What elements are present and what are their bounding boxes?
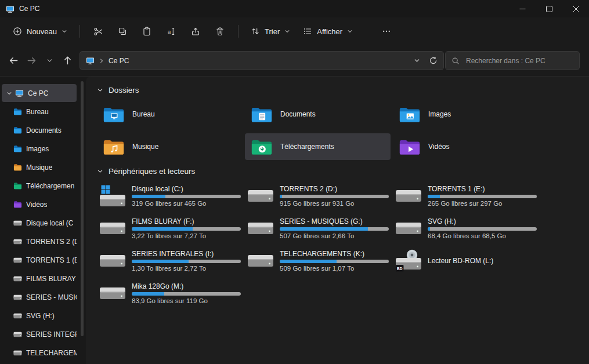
new-button-label: Nouveau [27, 27, 57, 36]
sidebar-item-disque-local-c[interactable]: Disque local (C [2, 214, 77, 232]
up-button[interactable] [59, 52, 77, 70]
drive-tile-svg-h[interactable]: SVG (H:)68,4 Go libres sur 68,5 Go [393, 214, 539, 242]
search-box [445, 51, 580, 70]
drive-info: FILMS BLURAY (F:)3,22 To libres sur 7,27… [132, 217, 243, 239]
delete-button[interactable] [208, 21, 232, 41]
new-button[interactable]: Nouveau [7, 21, 73, 41]
folder-tile-telechargements[interactable]: Téléchargements [245, 133, 391, 160]
sidebar-item-label: TELECHARGEM [26, 349, 77, 357]
address-dropdown-button[interactable] [409, 53, 425, 68]
window-controls [509, 0, 589, 17]
folder-tile-musique[interactable]: Musique [97, 133, 243, 160]
drive-tile-disque-local-c[interactable]: Disque local (C:)319 Go libres sur 465 G… [97, 182, 243, 210]
capacity-bar [280, 260, 389, 263]
sidebar-item-svg-h[interactable]: SVG (H:) [2, 307, 77, 325]
folder-tile-images[interactable]: Images [393, 101, 539, 128]
svg-text:a: a [168, 28, 171, 35]
drive-icon [13, 311, 22, 320]
drive-tile-telechargements-k[interactable]: TELECHARGEMENTS (K:)509 Go libres sur 1,… [245, 247, 391, 275]
capacity-bar-fill [280, 227, 368, 231]
drive-tile-films-bluray-f[interactable]: FILMS BLURAY (F:)3,22 To libres sur 7,27… [97, 214, 243, 242]
sidebar-item-musique[interactable]: Musique [2, 158, 77, 176]
computer-icon [15, 89, 24, 97]
search-input[interactable] [465, 56, 573, 65]
downloads-folder-icon [251, 138, 273, 156]
chevron-down-icon [46, 57, 53, 64]
sidebar-item-ce-pc[interactable]: Ce PC [2, 84, 77, 102]
sidebar-item-videos[interactable]: Vidéos [2, 195, 77, 213]
drive-tile-series-musiques-g[interactable]: SERIES - MUSIQUES (G:)507 Go libres sur … [245, 214, 391, 242]
minimize-button[interactable] [509, 0, 536, 17]
this-pc-icon [86, 56, 95, 65]
folder-label: Musique [132, 143, 158, 151]
drive-tile-series-integrales-i[interactable]: SERIES INTEGRALES (I:)1,30 To libres sur… [97, 247, 243, 275]
sidebar-item-series-integra[interactable]: SERIES INTEGRA [2, 325, 77, 343]
chevron-down-icon [97, 87, 103, 93]
window-body: Ce PCBureauDocumentsImagesMusiqueTélécha… [0, 77, 589, 364]
sidebar-item-torrents-2-d[interactable]: TORRENTS 2 (D [2, 232, 77, 250]
folder-tile-documents[interactable]: Documents [245, 101, 391, 128]
sidebar-item-bureau[interactable]: Bureau [2, 103, 77, 121]
trash-icon [215, 27, 225, 36]
folder-tile-bureau[interactable]: Bureau [97, 101, 243, 128]
share-button[interactable] [184, 21, 207, 41]
sidebar-item-telechargemen[interactable]: Téléchargemen [2, 177, 77, 195]
drive-tile-lecteur-bd-rom-l[interactable]: BDLecteur BD-ROM (L:) [393, 247, 539, 275]
chevron-down-icon[interactable] [6, 90, 12, 96]
breadcrumb-this-pc[interactable]: Ce PC [109, 57, 129, 65]
drive-icon [13, 330, 22, 338]
more-options-button[interactable] [375, 21, 398, 41]
rename-button[interactable]: a [160, 21, 183, 41]
drive-icon [13, 348, 22, 357]
sidebar-item-documents[interactable]: Documents [2, 121, 77, 139]
rename-icon: a [167, 27, 176, 36]
drive-info: TORRENTS 1 (E:)265 Go libres sur 297 Go [428, 185, 539, 207]
forward-button[interactable] [23, 52, 41, 70]
sidebar-item-torrents-1-e[interactable]: TORRENTS 1 (E [2, 251, 77, 269]
view-list-icon [303, 27, 312, 36]
sidebar-item-label: Bureau [26, 108, 49, 116]
drive-icon [99, 255, 126, 267]
images-folder-icon [399, 105, 421, 123]
back-button[interactable] [5, 52, 23, 70]
sidebar-item-series-music[interactable]: SERIES - MUSIC [2, 288, 77, 306]
drive-icon [13, 237, 22, 246]
cut-button[interactable] [86, 21, 110, 41]
folder-tile-videos[interactable]: Vidéos [393, 133, 539, 160]
view-button[interactable]: Afficher [297, 21, 359, 41]
sidebar-item-label: TORRENTS 1 (E [26, 256, 77, 264]
sort-button[interactable]: Trier [245, 21, 296, 41]
music-folder-icon [13, 163, 22, 172]
sidebar-item-images[interactable]: Images [2, 140, 77, 158]
close-button[interactable] [562, 0, 589, 17]
drive-icon [99, 287, 126, 300]
scrollbar-thumb[interactable] [81, 81, 84, 336]
sidebar-item-films-bluray[interactable]: FILMS BLURAY [2, 270, 77, 287]
sidebar-item-label: Images [26, 145, 49, 153]
refresh-button[interactable] [425, 53, 441, 68]
paste-button[interactable] [135, 21, 158, 41]
address-bar[interactable]: Ce PC [80, 51, 444, 70]
sidebar-item-telechargem[interactable]: TELECHARGEM [2, 344, 77, 362]
videos-folder-icon [13, 200, 22, 209]
drive-tile-torrents-1-e[interactable]: TORRENTS 1 (E:)265 Go libres sur 297 Go [393, 182, 539, 210]
navigation-pane: Ce PCBureauDocumentsImagesMusiqueTélécha… [0, 77, 78, 364]
drive-tile-mika-128go-m[interactable]: Mika 128Go (M:)83,9 Go libres sur 119 Go [97, 279, 243, 307]
bd-drive-icon: BD [395, 249, 422, 272]
maximize-button[interactable] [536, 0, 562, 17]
capacity-bar-fill [280, 260, 337, 263]
folders-section-header[interactable]: Dossiers [97, 83, 139, 96]
drive-icon [13, 219, 22, 227]
devices-section-header[interactable]: Périphériques et lecteurs [97, 165, 195, 177]
window-title: Ce PC [19, 5, 39, 13]
folder-label: Documents [280, 110, 316, 118]
capacity-bar [280, 227, 389, 231]
recent-locations-button[interactable] [41, 52, 59, 70]
chevron-down-icon [97, 168, 103, 174]
copy-button[interactable] [111, 21, 134, 41]
sidebar-scrollbar[interactable] [78, 77, 86, 364]
sidebar-item-label: SERIES - MUSIC [26, 293, 77, 301]
drive-tile-torrents-2-d[interactable]: TORRENTS 2 (D:)915 Go libres sur 931 Go [245, 182, 391, 210]
sidebar-item-label: Documents [26, 126, 62, 134]
sidebar-item-label: TORRENTS 2 (D [26, 238, 77, 246]
